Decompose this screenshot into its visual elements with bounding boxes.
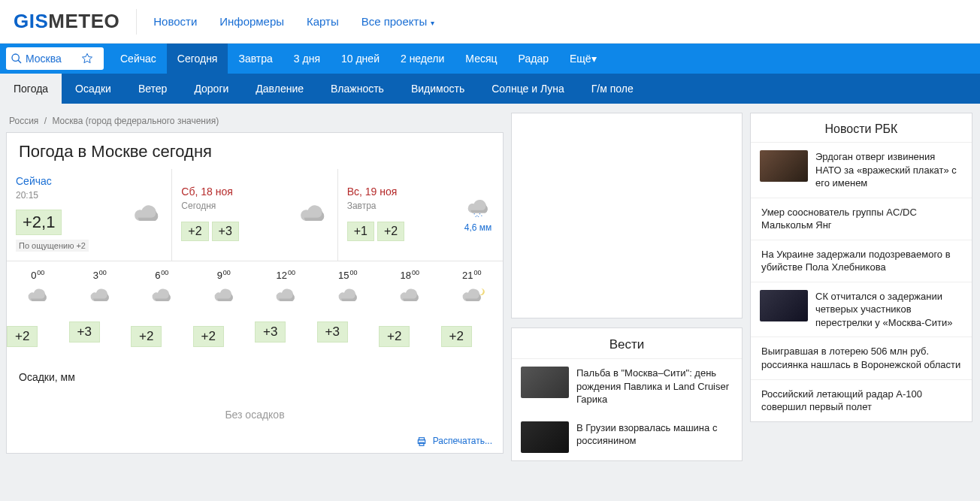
sun-precip: 4,6 мм [464, 222, 492, 233]
crumb-country[interactable]: Россия [9, 116, 38, 126]
rbk-item[interactable]: На Украине задержали подозреваемого в уб… [751, 240, 972, 282]
rbk-item[interactable]: Выигравшая в лотерею 506 млн руб. россия… [751, 337, 972, 379]
temp-cell: +3 [255, 326, 317, 347]
tab-weather[interactable]: Погода [0, 74, 62, 104]
news-thumb [521, 421, 569, 453]
tab-radar[interactable]: Радар [508, 44, 559, 74]
sun-label: Вс, 19 ноя [347, 186, 405, 198]
tab-today[interactable]: Сегодня [167, 44, 228, 74]
temp-chip: +3 [317, 321, 348, 343]
card-now[interactable]: Сейчас 20:15 +2,1 По ощущению +2 [7, 169, 172, 261]
temp-chip: +2 [441, 326, 472, 347]
timeframe-tabs: Сейчас Сегодня Завтра 3 дня 10 дней 2 не… [0, 44, 980, 74]
vesti-panel: Вести Пальба в "Москва–Сити": день рожде… [511, 327, 743, 461]
feels-like: По ощущению +2 [16, 240, 89, 252]
cloud-icon [86, 285, 113, 305]
sun-t2: +2 [377, 222, 404, 241]
rbk-item[interactable]: Умер сооснователь группы AC/DC Малькольм… [751, 198, 972, 240]
topnav-news[interactable]: Новости [153, 15, 197, 28]
tab-2weeks[interactable]: 2 недели [390, 44, 455, 74]
tab-roads[interactable]: Дороги [180, 74, 242, 104]
tab-humidity[interactable]: Влажность [317, 74, 398, 104]
cloud-night-icon [458, 285, 485, 305]
search-input[interactable] [26, 53, 77, 65]
star-icon[interactable] [81, 53, 93, 65]
vesti-title: Вести [512, 328, 742, 359]
tab-more[interactable]: Ещё ▾ [559, 44, 607, 74]
tab-sunmoon[interactable]: Солнце и Луна [478, 74, 578, 104]
tab-10days[interactable]: 10 дней [331, 44, 390, 74]
tab-tomorrow[interactable]: Завтра [228, 44, 283, 74]
param-tabs: Погода Осадки Ветер Дороги Давление Влаж… [0, 74, 980, 104]
search-box[interactable] [6, 47, 104, 70]
temp-chip: +2 [131, 326, 162, 347]
cloud-icon [272, 285, 299, 305]
temp-cell: +2 [7, 326, 69, 347]
card-sun[interactable]: Вс, 19 ноя Завтра +1 +2 4,6 мм [338, 169, 503, 261]
now-time: 20:15 [16, 190, 89, 201]
tab-geomag[interactable]: Г/м поле [578, 74, 647, 104]
news-text: Умер сооснователь группы AC/DC Малькольм… [761, 206, 963, 232]
topnav-informers[interactable]: Информеры [219, 15, 284, 28]
sun-sub: Завтра [347, 201, 405, 211]
cloud-icon [295, 201, 330, 226]
tab-now[interactable]: Сейчас [110, 44, 167, 74]
sun-t1: +1 [347, 222, 374, 241]
svg-point-6 [12, 54, 19, 61]
rbk-item[interactable]: СК отчитался о задержании четверых участ… [751, 282, 972, 337]
topnav-projects[interactable]: Все проекты ▾ [361, 15, 434, 28]
temp-stripe: +2+3+2+2+3+3+2+2 [7, 326, 503, 361]
rbk-item[interactable]: Эрдоган отверг извинения НАТО за «вражес… [751, 142, 972, 198]
hour-cell: 1500 [317, 261, 380, 311]
hour-label: 000 [31, 269, 44, 281]
news-text: Эрдоган отверг извинения НАТО за «вражес… [815, 150, 963, 190]
temp-cell: +2 [193, 326, 256, 347]
hour-cell: 1200 [255, 261, 317, 311]
sat-t1: +2 [181, 222, 208, 241]
temp-chip: +3 [69, 321, 100, 343]
cloud-rain-icon [461, 194, 495, 219]
hour-label: 1200 [277, 269, 295, 281]
search-icon [11, 53, 23, 65]
tab-month[interactable]: Месяц [455, 44, 507, 74]
temp-chip: +2 [193, 326, 224, 347]
tab-pressure[interactable]: Давление [242, 74, 317, 104]
hour-cell: 600 [131, 261, 193, 311]
printer-icon [416, 436, 427, 447]
hour-cell: 900 [193, 261, 256, 311]
hour-label: 2100 [462, 269, 481, 281]
temp-chip: +2 [7, 326, 38, 347]
print-link[interactable]: Распечатать... [416, 436, 492, 446]
tab-3days[interactable]: 3 дня [283, 44, 331, 74]
now-temp: +2,1 [16, 210, 62, 235]
chevron-down-icon: ▾ [591, 53, 597, 65]
sat-sub: Сегодня [181, 201, 239, 211]
rbk-item[interactable]: Российский летающий радар А-100 совершил… [751, 379, 972, 421]
tab-visibility[interactable]: Видимость [398, 74, 478, 104]
crumb-city: Москва (город федерального значения) [52, 116, 219, 126]
cloud-icon [148, 285, 175, 305]
news-text: В Грузии взорвалась машина с россиянином [576, 421, 733, 453]
logo-meteo: METEO [48, 10, 119, 32]
news-text: Российский летающий радар А-100 совершил… [761, 388, 963, 414]
hourly-row: 000 300 600 900 1200 1500 1800 2100 [7, 261, 503, 311]
tab-wind[interactable]: Ветер [125, 74, 181, 104]
news-text: Пальба в "Москва–Сити": день рождения Па… [576, 367, 733, 406]
topnav-maps[interactable]: Карты [307, 15, 339, 28]
rbk-title: Новости РБК [751, 113, 972, 142]
cloud-icon [334, 285, 361, 305]
vesti-item[interactable]: Пальба в "Москва–Сити": день рождения Па… [512, 359, 742, 414]
hour-cell: 2100 [441, 261, 504, 311]
cloud-icon [210, 285, 237, 305]
logo-gis: GIS [14, 10, 48, 32]
print-row: Распечатать... [7, 434, 503, 453]
precip-title: Осадки, мм [19, 371, 491, 383]
cloud-icon [129, 201, 164, 226]
vesti-item[interactable]: В Грузии взорвалась машина с россиянином [512, 414, 742, 460]
card-sat[interactable]: Сб, 18 ноя Сегодня +2 +3 [172, 169, 337, 261]
temp-chip: +3 [255, 321, 286, 343]
page-title: Погода в Москве сегодня [7, 133, 503, 169]
tab-precip[interactable]: Осадки [62, 74, 125, 104]
logo[interactable]: GISMETEO [14, 10, 119, 33]
news-thumb [760, 150, 808, 182]
